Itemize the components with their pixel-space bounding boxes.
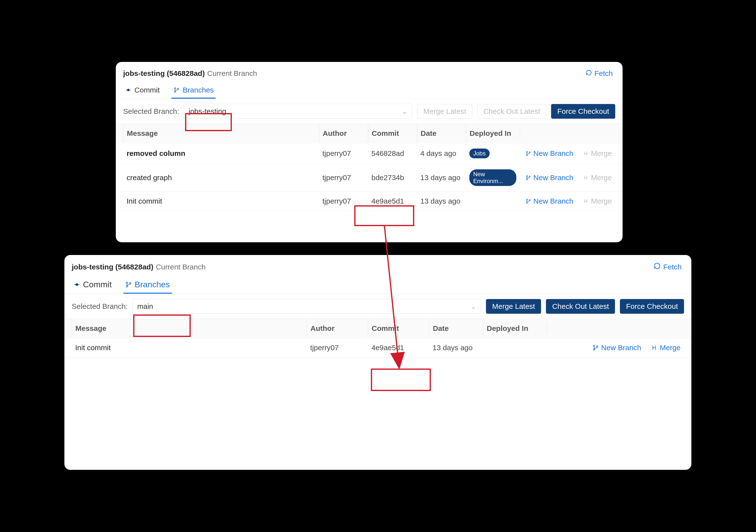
branch-icon xyxy=(173,87,180,93)
tab-commit[interactable]: Commit xyxy=(72,276,114,294)
tab-branches[interactable]: Branches xyxy=(171,83,216,99)
checkout-latest-button: Check Out Latest xyxy=(477,104,546,119)
fetch-button[interactable]: Fetch xyxy=(653,262,682,271)
branch-icon xyxy=(125,281,132,288)
branch-title: jobs-testing (546828ad) xyxy=(123,69,205,78)
page-title: jobs-testing (546828ad) Current Branch xyxy=(123,69,257,78)
commit-date: 13 days ago xyxy=(417,192,466,211)
svg-point-3 xyxy=(175,88,176,89)
new-branch-button[interactable]: New Branch xyxy=(526,173,573,182)
tab-commit[interactable]: Commit xyxy=(123,83,162,99)
commit-deployed: Jobs xyxy=(466,143,520,164)
commit-message: created graph xyxy=(123,168,319,187)
commit-hash: 4e9ae5d1 xyxy=(368,192,417,211)
panel-header: jobs-testing (546828ad) Current Branch F… xyxy=(65,255,691,274)
commit-deployed xyxy=(483,342,547,353)
commit-deployed xyxy=(466,196,520,206)
col-deployed: Deployed In xyxy=(483,319,547,338)
col-message: Message xyxy=(72,319,307,338)
table-row: Init commit tjperry07 4e9ae5d1 13 days a… xyxy=(65,338,691,358)
new-branch-button[interactable]: New Branch xyxy=(526,149,573,158)
table-row: created graph tjperry07 bde2734b 13 days… xyxy=(116,164,623,192)
col-author: Author xyxy=(307,319,368,338)
branch-select[interactable]: main ⌄ xyxy=(132,299,481,314)
page-title: jobs-testing (546828ad) Current Branch xyxy=(72,263,206,271)
row-actions: New Branch Merge xyxy=(547,338,684,357)
col-author: Author xyxy=(319,124,368,143)
force-checkout-button[interactable]: Force Checkout xyxy=(620,299,684,314)
svg-point-13 xyxy=(526,202,527,203)
col-commit: Commit xyxy=(368,319,429,338)
commits-table-header: Message Author Commit Date Deployed In xyxy=(116,124,623,143)
svg-point-21 xyxy=(593,345,594,347)
commit-icon xyxy=(74,281,80,288)
branch-subtitle: Current Branch xyxy=(207,69,257,78)
svg-point-22 xyxy=(593,349,594,350)
checkout-latest-button[interactable]: Check Out Latest xyxy=(546,299,615,314)
svg-point-0 xyxy=(127,89,129,91)
tab-branches-label: Branches xyxy=(135,280,170,289)
branch-select-row: Selected Branch: main ⌄ Merge Latest Che… xyxy=(65,294,691,319)
chevron-down-icon: ⌄ xyxy=(470,302,476,310)
svg-point-9 xyxy=(526,175,527,177)
commit-message: Init commit xyxy=(72,338,307,357)
tab-branches[interactable]: Branches xyxy=(123,276,172,294)
col-actions xyxy=(520,128,615,139)
commit-author: tjperry07 xyxy=(319,192,368,211)
merge-button: Merge xyxy=(583,197,612,205)
svg-point-5 xyxy=(177,88,179,90)
branch-select-value: jobs-testing xyxy=(189,107,226,116)
svg-point-20 xyxy=(129,282,131,284)
svg-point-12 xyxy=(526,199,527,200)
new-branch-button[interactable]: New Branch xyxy=(526,197,573,205)
branch-select[interactable]: jobs-testing ⌄ xyxy=(184,104,412,119)
selected-branch-label: Selected Branch: xyxy=(123,107,179,116)
branches-panel-bottom: jobs-testing (546828ad) Current Branch F… xyxy=(65,255,691,470)
tabs: Commit Branches xyxy=(116,80,623,99)
merge-latest-button[interactable]: Merge Latest xyxy=(486,299,541,314)
svg-point-23 xyxy=(596,346,598,347)
svg-point-18 xyxy=(126,282,127,283)
branch-select-value: main xyxy=(137,302,153,310)
col-commit: Commit xyxy=(368,124,417,143)
svg-point-10 xyxy=(526,179,527,180)
svg-point-19 xyxy=(126,285,127,287)
new-branch-button[interactable]: New Branch xyxy=(592,344,641,352)
commits-table-header: Message Author Commit Date Deployed In xyxy=(65,319,691,338)
commit-author: tjperry07 xyxy=(319,168,368,187)
tabs: Commit Branches xyxy=(65,274,691,294)
commit-hash: 4e9ae5d1 xyxy=(368,338,429,357)
commit-date: 13 days ago xyxy=(429,338,483,357)
refresh-icon xyxy=(586,69,592,78)
force-checkout-button[interactable]: Force Checkout xyxy=(551,104,615,119)
commit-hash: 546828ad xyxy=(368,144,417,163)
fetch-button[interactable]: Fetch xyxy=(586,69,613,78)
refresh-icon xyxy=(653,262,661,271)
selected-branch-label: Selected Branch: xyxy=(72,302,127,310)
row-actions: New Branch Merge xyxy=(520,168,615,187)
col-deployed: Deployed In xyxy=(466,124,520,143)
svg-point-14 xyxy=(529,200,530,201)
row-actions: New Branch Merge xyxy=(520,192,615,211)
svg-point-8 xyxy=(529,152,530,153)
col-message: Message xyxy=(123,124,319,143)
col-actions xyxy=(547,323,684,334)
svg-point-4 xyxy=(175,91,176,93)
branch-title: jobs-testing (546828ad) xyxy=(72,263,153,271)
svg-point-11 xyxy=(529,176,530,177)
deploy-badge: New Environm... xyxy=(469,169,516,186)
commit-date: 13 days ago xyxy=(417,168,466,187)
branch-select-row: Selected Branch: jobs-testing ⌄ Merge La… xyxy=(116,99,623,124)
commit-deployed: New Environm... xyxy=(466,164,520,191)
table-row: removed column tjperry07 546828ad 4 days… xyxy=(116,143,623,164)
commit-author: tjperry07 xyxy=(319,144,368,163)
branch-subtitle: Current Branch xyxy=(156,263,205,271)
tab-branches-label: Branches xyxy=(183,86,214,94)
col-date: Date xyxy=(429,319,483,338)
merge-button: Merge xyxy=(583,173,612,182)
merge-button[interactable]: Merge xyxy=(651,344,681,352)
fetch-label: Fetch xyxy=(594,69,613,78)
commit-message: removed column xyxy=(123,144,319,163)
commit-hash: bde2734b xyxy=(368,168,417,187)
panel-header: jobs-testing (546828ad) Current Branch F… xyxy=(116,62,623,80)
